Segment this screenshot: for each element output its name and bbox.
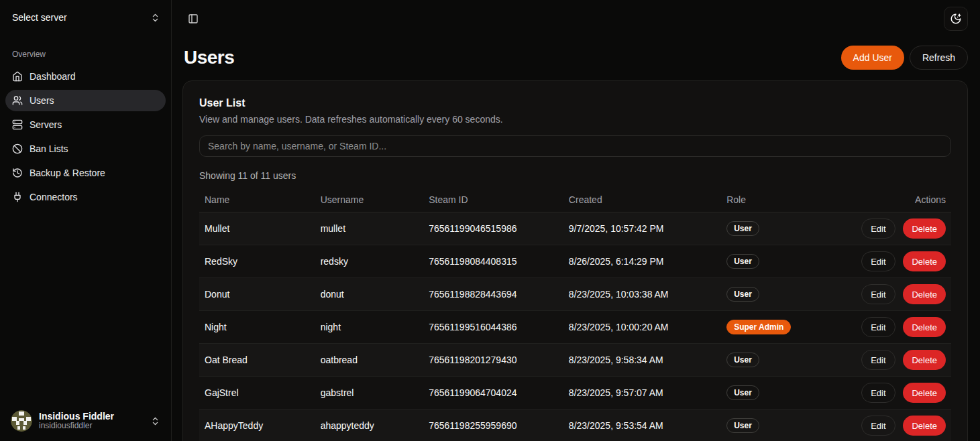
page-header: Users Add User Refresh (172, 38, 980, 80)
server-select-label: Select server (12, 12, 67, 23)
cell-created: 9/7/2025, 10:57:42 PM (563, 212, 721, 245)
cell-name: AHappyTeddy (199, 410, 315, 441)
role-badge: User (726, 418, 759, 433)
cell-steam-id: 76561199516044386 (423, 311, 563, 344)
user-display-name: Insidious Fiddler (39, 411, 144, 422)
role-badge: Super Admin (726, 320, 791, 334)
sidebar-item-ban-lists[interactable]: Ban Lists (5, 138, 166, 160)
sidebar-group-overview: Overview DashboardUsersServersBan ListsB… (5, 46, 166, 210)
panel-left-icon (188, 13, 199, 24)
user-list-card: User List View and manage users. Data re… (182, 80, 968, 441)
user-username: insidiousfiddler (39, 422, 144, 431)
delete-button[interactable]: Delete (903, 416, 946, 436)
edit-button[interactable]: Edit (861, 350, 895, 370)
add-user-button[interactable]: Add User (841, 46, 904, 70)
column-header-created: Created (563, 188, 721, 212)
cell-username: donut (315, 278, 424, 311)
edit-button[interactable]: Edit (861, 218, 895, 239)
delete-button[interactable]: Delete (903, 251, 946, 271)
sidebar-item-servers[interactable]: Servers (5, 114, 166, 135)
cell-name: Donut (199, 278, 315, 311)
cell-created: 8/23/2025, 10:03:38 AM (563, 278, 721, 311)
table-row: Donut donut 76561198828443694 8/23/2025,… (199, 278, 951, 311)
chevrons-up-down-icon (150, 13, 160, 23)
sidebar-item-label: Servers (30, 119, 62, 130)
page-actions: Add User Refresh (841, 46, 968, 70)
sidebar-item-backup-restore[interactable]: Backup & Restore (5, 162, 166, 184)
sidebar-item-label: Users (30, 95, 54, 106)
role-badge: User (726, 254, 759, 269)
cell-role: User (721, 245, 856, 278)
card-title: User List (199, 97, 951, 109)
sidebar-item-dashboard[interactable]: Dashboard (5, 66, 166, 87)
plug-icon (12, 192, 23, 202)
chevrons-up-down-icon (150, 416, 160, 426)
sidebar-item-label: Dashboard (30, 71, 76, 82)
refresh-button[interactable]: Refresh (910, 46, 968, 70)
edit-button[interactable]: Edit (861, 383, 895, 403)
table-header-row: Name Username Steam ID Created Role Acti… (199, 188, 951, 212)
delete-button[interactable]: Delete (903, 350, 946, 370)
cell-actions: Edit Delete (856, 410, 951, 441)
table-row: Mullet mullet 76561199046515986 9/7/2025… (199, 212, 951, 245)
server-icon (12, 119, 23, 130)
cell-name: GajStrel (199, 377, 315, 410)
topbar (172, 0, 980, 38)
sidebar: Select server Overview DashboardUsersSer… (0, 0, 172, 441)
edit-button[interactable]: Edit (861, 284, 895, 304)
moon-star-icon (950, 13, 962, 25)
sidebar-toggle-button[interactable] (184, 9, 203, 28)
users-icon (12, 95, 23, 106)
sidebar-item-users[interactable]: Users (5, 90, 166, 111)
column-header-role: Role (721, 188, 856, 212)
cell-created: 8/23/2025, 9:53:54 AM (563, 410, 721, 441)
sidebar-item-label: Ban Lists (30, 143, 68, 154)
sidebar-user-menu[interactable]: Insidious Fiddler insidiousfiddler (5, 406, 166, 436)
edit-button[interactable]: Edit (861, 416, 895, 436)
cell-username: redsky (315, 245, 424, 278)
cell-steam-id: 76561199046515986 (423, 212, 563, 245)
server-select-trigger[interactable]: Select server (5, 5, 166, 29)
cell-created: 8/23/2025, 10:00:20 AM (563, 311, 721, 344)
delete-button[interactable]: Delete (903, 317, 946, 337)
cell-name: Mullet (199, 212, 315, 245)
edit-button[interactable]: Edit (861, 251, 895, 271)
cell-actions: Edit Delete (856, 245, 951, 278)
results-summary: Showing 11 of 11 users (199, 170, 951, 181)
cell-steam-id: 76561198255959690 (423, 410, 563, 441)
page-title: Users (184, 47, 234, 68)
table-row: AHappyTeddy ahappyteddy 7656119825595969… (199, 410, 951, 441)
delete-button[interactable]: Delete (903, 218, 946, 239)
delete-button[interactable]: Delete (903, 284, 946, 304)
ban-icon (12, 143, 23, 154)
column-header-username: Username (315, 188, 424, 212)
search-input[interactable] (199, 135, 951, 157)
table-row: Night night 76561199516044386 8/23/2025,… (199, 311, 951, 344)
sidebar-nav: DashboardUsersServersBan ListsBackup & R… (5, 66, 166, 208)
sidebar-item-label: Connectors (30, 192, 78, 202)
theme-toggle-button[interactable] (944, 7, 968, 31)
cell-actions: Edit Delete (856, 377, 951, 410)
role-badge: User (726, 287, 759, 302)
cell-role: User (721, 212, 856, 245)
cell-steam-id: 76561198084408315 (423, 245, 563, 278)
edit-button[interactable]: Edit (861, 317, 895, 337)
delete-button[interactable]: Delete (903, 383, 946, 403)
table-row: GajStrel gabstrel 76561199064704024 8/23… (199, 377, 951, 410)
sidebar-item-connectors[interactable]: Connectors (5, 186, 166, 208)
cell-created: 8/26/2025, 6:14:29 PM (563, 245, 721, 278)
cell-steam-id: 76561198201279430 (423, 344, 563, 377)
column-header-actions: Actions (856, 188, 951, 212)
role-badge: User (726, 385, 759, 400)
history-icon (12, 168, 23, 178)
sidebar-group-label: Overview (5, 46, 166, 66)
user-avatar (11, 410, 32, 432)
cell-role: User (721, 344, 856, 377)
table-row: RedSky redsky 76561198084408315 8/26/202… (199, 245, 951, 278)
cell-username: gabstrel (315, 377, 424, 410)
cell-username: mullet (315, 212, 424, 245)
cell-name: Oat Bread (199, 344, 315, 377)
cell-username: night (315, 311, 424, 344)
cell-role: User (721, 410, 856, 441)
cell-role: User (721, 377, 856, 410)
